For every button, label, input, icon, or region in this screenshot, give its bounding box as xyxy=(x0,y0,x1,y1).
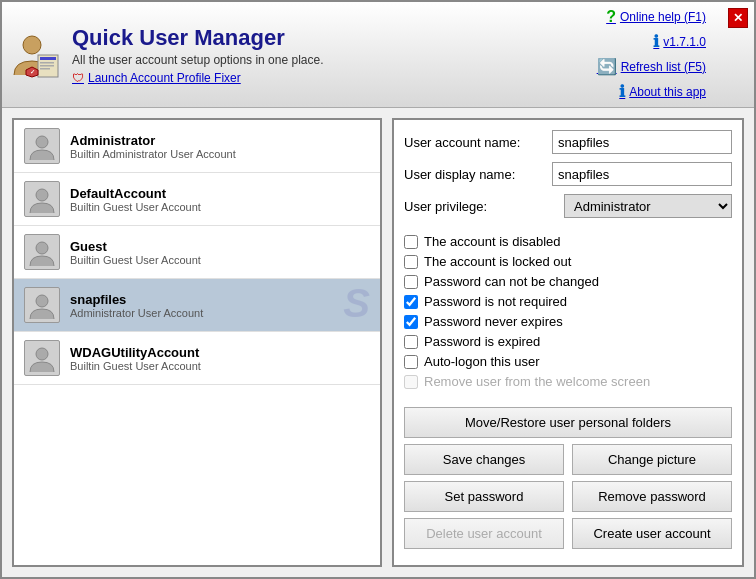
user-name: WDAGUtilityAccount xyxy=(70,345,201,360)
create-account-button[interactable]: Create user account xyxy=(572,518,732,549)
help-icon: ? xyxy=(606,8,616,26)
titlebar-links: ? Online help (F1) ℹ v1.7.1.0 🔄 Refresh … xyxy=(597,8,706,101)
user-detail-panel: User account name: User display name: Us… xyxy=(392,118,744,567)
svg-text:✓: ✓ xyxy=(30,69,35,75)
info-icon-version: ℹ xyxy=(653,32,659,51)
checkbox-input[interactable] xyxy=(404,315,418,329)
svg-point-11 xyxy=(36,295,48,307)
checkbox-input[interactable] xyxy=(404,275,418,289)
checkbox-input[interactable] xyxy=(404,355,418,369)
checkbox-row: The account is locked out xyxy=(404,254,732,269)
checkbox-label: The account is disabled xyxy=(424,234,561,249)
svg-point-8 xyxy=(36,136,48,148)
app-icon: ✓ xyxy=(10,29,62,81)
user-desc: Builtin Administrator User Account xyxy=(70,148,236,160)
checkbox-input[interactable] xyxy=(404,335,418,349)
refresh-link[interactable]: 🔄 Refresh list (F5) xyxy=(597,57,706,76)
checkbox-input[interactable] xyxy=(404,235,418,249)
avatar xyxy=(24,181,60,217)
privilege-select[interactable]: Administrator Standard Guest xyxy=(564,194,732,218)
user-list-item[interactable]: DefaultAccountBuiltin Guest User Account xyxy=(14,173,380,226)
checkbox-label: Password is not required xyxy=(424,294,567,309)
checkbox-label: Remove user from the welcome screen xyxy=(424,374,650,389)
svg-rect-4 xyxy=(40,65,54,67)
online-help-link[interactable]: ? Online help (F1) xyxy=(606,8,706,26)
svg-point-10 xyxy=(36,242,48,254)
row-password: Set password Remove password xyxy=(404,481,732,512)
user-info: AdministratorBuiltin Administrator User … xyxy=(70,133,236,160)
svg-point-9 xyxy=(36,189,48,201)
privilege-row: User privilege: Administrator Standard G… xyxy=(404,194,732,218)
svg-rect-2 xyxy=(40,57,56,60)
save-changes-button[interactable]: Save changes xyxy=(404,444,564,475)
svg-rect-5 xyxy=(40,68,50,70)
about-link[interactable]: ℹ About this app xyxy=(619,82,706,101)
version-link[interactable]: ℹ v1.7.1.0 xyxy=(653,32,706,51)
checkbox-input[interactable] xyxy=(404,255,418,269)
checkbox-row: Password never expires xyxy=(404,314,732,329)
user-list-item[interactable]: AdministratorBuiltin Administrator User … xyxy=(14,120,380,173)
delete-account-button[interactable]: Delete user account xyxy=(404,518,564,549)
app-subtitle: All the user account setup options in on… xyxy=(72,53,597,67)
checkbox-row: Auto-logon this user xyxy=(404,354,732,369)
checkbox-label: Password is expired xyxy=(424,334,540,349)
display-name-input[interactable] xyxy=(552,162,732,186)
user-info: WDAGUtilityAccountBuiltin Guest User Acc… xyxy=(70,345,201,372)
checkbox-row: Password is not required xyxy=(404,294,732,309)
remove-password-button[interactable]: Remove password xyxy=(572,481,732,512)
change-picture-button[interactable]: Change picture xyxy=(572,444,732,475)
checkbox-input[interactable] xyxy=(404,375,418,389)
move-restore-button[interactable]: Move/Restore user personal folders xyxy=(404,407,732,438)
user-name: DefaultAccount xyxy=(70,186,201,201)
checkbox-row: Remove user from the welcome screen xyxy=(404,374,732,389)
row-account: Delete user account Create user account xyxy=(404,518,732,549)
display-name-label: User display name: xyxy=(404,167,552,182)
buttons-section: Move/Restore user personal folders Save … xyxy=(404,407,732,555)
avatar xyxy=(24,340,60,376)
set-password-button[interactable]: Set password xyxy=(404,481,564,512)
svg-point-0 xyxy=(23,36,41,54)
account-name-row: User account name: xyxy=(404,130,732,154)
user-name: snapfiles xyxy=(70,292,203,307)
user-list-item[interactable]: WDAGUtilityAccountBuiltin Guest User Acc… xyxy=(14,332,380,385)
launch-icon: 🛡 xyxy=(72,71,84,85)
user-list-item[interactable]: GuestBuiltin Guest User Account xyxy=(14,226,380,279)
user-list-item[interactable]: snapfilesAdministrator User AccountS xyxy=(14,279,380,332)
main-window: ✓ Quick User Manager All the user accoun… xyxy=(0,0,756,579)
user-name: Administrator xyxy=(70,133,236,148)
privilege-label: User privilege: xyxy=(404,199,564,214)
checkbox-label: The account is locked out xyxy=(424,254,571,269)
account-name-input[interactable] xyxy=(552,130,732,154)
titlebar: ✓ Quick User Manager All the user accoun… xyxy=(2,2,754,108)
refresh-icon: 🔄 xyxy=(597,57,617,76)
titlebar-text: Quick User Manager All the user account … xyxy=(72,25,597,85)
checkbox-input[interactable] xyxy=(404,295,418,309)
checkboxes-section: The account is disabledThe account is lo… xyxy=(404,234,732,394)
checkbox-row: Password is expired xyxy=(404,334,732,349)
checkbox-label: Auto-logon this user xyxy=(424,354,540,369)
checkbox-label: Password never expires xyxy=(424,314,563,329)
launch-link[interactable]: 🛡 Launch Account Profile Fixer xyxy=(72,71,597,85)
user-desc: Builtin Guest User Account xyxy=(70,201,201,213)
avatar xyxy=(24,234,60,270)
info-icon-about: ℹ xyxy=(619,82,625,101)
row-save-change: Save changes Change picture xyxy=(404,444,732,475)
main-content: AdministratorBuiltin Administrator User … xyxy=(2,108,754,577)
checkbox-row: The account is disabled xyxy=(404,234,732,249)
user-info: GuestBuiltin Guest User Account xyxy=(70,239,201,266)
user-desc: Builtin Guest User Account xyxy=(70,254,201,266)
close-button[interactable]: ✕ xyxy=(728,8,748,28)
checkbox-label: Password can not be changed xyxy=(424,274,599,289)
user-desc: Administrator User Account xyxy=(70,307,203,319)
avatar xyxy=(24,128,60,164)
user-info: snapfilesAdministrator User Account xyxy=(70,292,203,319)
user-list-panel: AdministratorBuiltin Administrator User … xyxy=(12,118,382,567)
account-name-label: User account name: xyxy=(404,135,552,150)
svg-rect-3 xyxy=(40,62,54,64)
user-info: DefaultAccountBuiltin Guest User Account xyxy=(70,186,201,213)
display-name-row: User display name: xyxy=(404,162,732,186)
user-desc: Builtin Guest User Account xyxy=(70,360,201,372)
user-name: Guest xyxy=(70,239,201,254)
checkbox-row: Password can not be changed xyxy=(404,274,732,289)
svg-point-12 xyxy=(36,348,48,360)
